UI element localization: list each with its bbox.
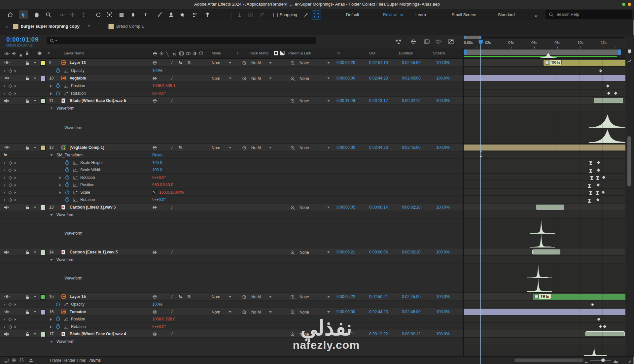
visibility-eye-icon[interactable] [4,295,10,298]
prev-keyframe-icon[interactable] [4,303,5,306]
effect-reset-link[interactable]: Reset [152,153,162,157]
property-name[interactable]: Rotation [71,324,86,329]
keyframe-diamond-icon[interactable] [597,168,600,172]
layer-marker-icon[interactable] [534,294,539,300]
keyframe-hold-icon[interactable] [589,161,593,166]
zoom-out-mountain-icon[interactable] [584,359,588,364]
keyframe-diamond-icon[interactable] [599,325,602,328]
property-expand-icon[interactable] [50,85,52,87]
add-keyframe-icon[interactable] [8,69,12,73]
vertical-scrollbar-thumb[interactable] [627,136,631,186]
visibility-eye-icon[interactable] [4,310,10,314]
layer-name[interactable]: Blade [Wheel Ease Out].wav 4 [70,332,126,336]
hand-tool-icon[interactable] [32,10,41,19]
parent-pickwhip-icon[interactable] [290,99,295,103]
waveform-collapse-chevron-icon[interactable] [50,259,53,261]
property-name[interactable]: Position [71,317,85,321]
keyframe-hold-icon[interactable] [590,176,594,181]
stretch-value[interactable]: 100.0% [436,145,450,150]
out-time[interactable]: 0:02:50:21 [369,294,388,299]
keyframe-hold-icon[interactable] [596,176,600,181]
horizontal-scrollbar[interactable] [514,358,583,362]
lock-icon[interactable] [26,332,29,336]
track-matte-dropdown[interactable]: No M [251,145,272,150]
layer-color-swatch[interactable] [40,98,46,104]
property-value[interactable]: 1008.0,528.0 [152,317,175,321]
property-value[interactable]: 1006.9,505.1 [152,83,175,88]
workspace-learn[interactable]: Learn [415,13,426,17]
expand-chevron-icon[interactable] [34,251,36,253]
track-matte-dropdown[interactable]: No M [251,76,272,81]
audio-speaker-icon[interactable] [4,250,9,254]
in-time[interactable]: 0:00:00:00 [336,76,355,81]
keyframe-diamond-icon[interactable] [599,69,602,72]
property-value[interactable]: 960.0,540.0 [152,182,173,187]
add-keyframe-icon[interactable] [8,161,12,165]
property-name[interactable]: Rotation [80,175,95,180]
audio-speaker-icon[interactable] [4,205,9,210]
keyframe-diamond-icon[interactable] [602,176,606,179]
quality-toggle-icon[interactable]: / [171,205,173,210]
stretch-value[interactable]: 100.0% [436,250,450,254]
keyframe-hold-icon[interactable] [588,198,591,204]
add-keyframe-icon[interactable] [8,191,12,194]
layer-duration-bar[interactable] [464,75,625,81]
parent-dropdown[interactable]: None [299,76,330,81]
next-keyframe-icon[interactable] [15,318,16,321]
waveform-label[interactable]: Waveform [56,106,74,111]
next-keyframe-icon[interactable] [15,177,16,179]
stopwatch-icon[interactable] [56,302,60,307]
shy-toggle-icon[interactable] [153,332,157,336]
property-expand-icon[interactable] [59,191,61,194]
waveform-collapse-chevron-icon[interactable] [50,341,53,343]
layer-name[interactable]: Blade [Wheel Ease Out].wav 5 [70,98,126,103]
expand-chevron-icon[interactable] [34,311,36,313]
next-keyframe-icon[interactable] [15,184,16,186]
stopwatch-icon[interactable] [56,83,60,88]
quality-toggle-icon[interactable]: / [171,60,173,65]
mask-feather-tool-icon[interactable] [257,10,266,19]
keyframe-diamond-icon[interactable] [614,92,617,95]
prev-keyframe-icon[interactable] [4,92,5,95]
stretch-value[interactable]: 100.0% [436,310,450,314]
layer-duration-bar[interactable] [532,249,560,254]
parent-dropdown[interactable]: None [299,98,330,104]
out-time[interactable]: 0:00:13:17 [369,98,388,103]
prev-keyframe-icon[interactable] [4,169,5,172]
network-icon[interactable] [12,358,16,364]
property-expand-icon[interactable] [59,184,61,186]
workspace-overflow-chevrons[interactable]: » [535,13,538,18]
snap-angle-icon[interactable] [302,10,310,19]
stretch-value[interactable]: 100.0% [436,98,450,103]
stretch-value[interactable]: 100.0% [436,76,450,81]
duration-value[interactable]: 0:02:45:00 [402,76,421,81]
prev-keyframe-icon[interactable] [4,70,5,72]
add-keyframe-icon[interactable] [8,325,12,329]
quality-toggle-icon[interactable]: / [171,145,173,150]
matte-pickwhip-icon[interactable] [242,61,247,65]
stopwatch-icon[interactable] [65,197,69,202]
lock-icon[interactable] [26,295,29,299]
prev-keyframe-icon[interactable] [4,85,5,87]
track-camera-tool-icon[interactable] [235,10,244,19]
property-value[interactable]: 100% [152,302,162,307]
property-name[interactable]: Opacity [71,68,85,73]
quality-toggle-icon[interactable]: / [171,98,173,103]
out-time[interactable]: 0:02:44:23 [369,310,388,314]
mask-rect-tool-icon[interactable] [117,10,126,19]
layer-name[interactable]: Vegtable [70,76,86,81]
timeline-zoom-slider-thumb[interactable] [601,358,605,362]
track-matte-dropdown[interactable]: No M [251,309,272,315]
add-keyframe-icon[interactable] [8,198,12,202]
out-time[interactable]: 0:02:51:19 [369,60,388,65]
layer-name[interactable]: Cartoon [Ease In 1].wav 5 [70,250,118,254]
selection-tool-icon[interactable] [19,10,28,19]
out-time[interactable]: 0:00:08:14 [369,205,388,210]
zoom-in-mountain-icon[interactable] [613,358,618,364]
workspace-menu-icon[interactable]: ≡ [400,13,403,18]
prev-keyframe-icon[interactable] [4,191,5,194]
in-time[interactable]: 0:00:06:05 [336,205,355,210]
parent-pickwhip-icon[interactable] [290,76,295,81]
type-tool-icon[interactable]: T [141,10,150,19]
in-time[interactable]: 0:00:05:21 [336,250,355,254]
